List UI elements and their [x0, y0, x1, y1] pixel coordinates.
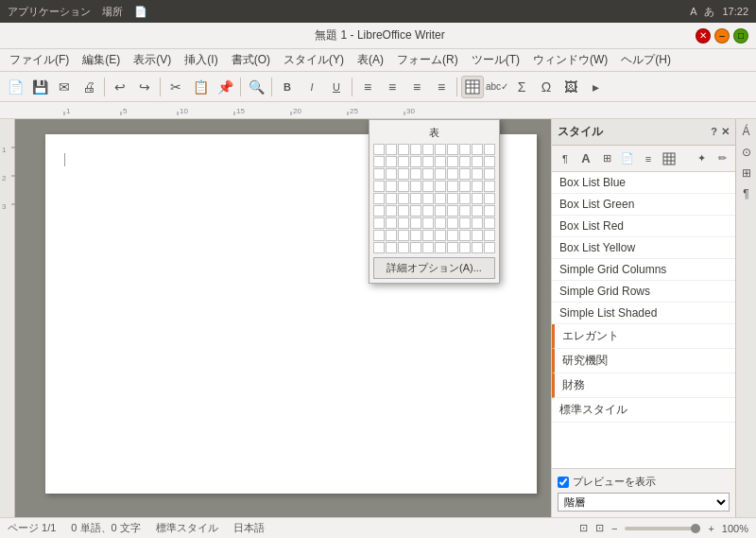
align-left-button[interactable]: ≡ — [356, 76, 379, 98]
table-advanced-button[interactable]: 詳細オプション(A)... — [373, 257, 495, 279]
grid-cell[interactable] — [447, 168, 458, 180]
grid-cell[interactable] — [422, 156, 434, 167]
grid-cell[interactable] — [447, 156, 458, 167]
grid-cell[interactable] — [447, 144, 458, 155]
grid-cell[interactable] — [398, 205, 409, 217]
grid-cell[interactable] — [398, 230, 409, 241]
find-button[interactable]: 🔍 — [245, 76, 267, 98]
grid-cell[interactable] — [447, 242, 458, 253]
grid-cell[interactable] — [398, 242, 409, 253]
styles-edit-btn[interactable]: ✏ — [713, 149, 731, 168]
grid-cell[interactable] — [484, 156, 495, 167]
align-right-button[interactable]: ≡ — [405, 76, 428, 98]
styles-help-btn[interactable]: ? — [711, 126, 717, 138]
grid-cell[interactable] — [398, 193, 409, 204]
copy-button[interactable]: 📋 — [189, 76, 212, 98]
grid-cell[interactable] — [484, 193, 495, 204]
grid-cell[interactable] — [373, 205, 385, 217]
minimize-button[interactable]: – — [714, 28, 730, 43]
grid-cell[interactable] — [447, 181, 458, 192]
grid-cell[interactable] — [373, 230, 385, 241]
grid-cell[interactable] — [373, 168, 385, 180]
menu-styles[interactable]: スタイル(Y) — [278, 50, 350, 70]
grid-cell[interactable] — [386, 156, 397, 167]
grid-cell[interactable] — [386, 205, 397, 217]
grid-cell[interactable] — [410, 193, 421, 204]
grid-cell[interactable] — [447, 217, 458, 229]
styles-list-item[interactable]: Box List Red — [552, 216, 735, 237]
menu-format[interactable]: 書式(O) — [226, 50, 276, 70]
grid-cell[interactable] — [373, 181, 385, 192]
sidebar-icon-styles[interactable]: Á — [738, 123, 755, 140]
grid-cell[interactable] — [484, 230, 495, 241]
menu-insert[interactable]: 挿入(I) — [179, 50, 223, 70]
redo-button[interactable]: ↪ — [133, 76, 156, 98]
grid-cell[interactable] — [472, 168, 483, 180]
grid-cell[interactable] — [484, 217, 495, 229]
styles-category-select[interactable]: 階層 すべてのスタイル 適用済みのスタイル — [558, 493, 730, 512]
table-insert-button[interactable] — [461, 76, 484, 98]
grid-cell[interactable] — [447, 193, 458, 204]
grid-cell[interactable] — [410, 156, 421, 167]
grid-cell[interactable] — [459, 242, 471, 253]
grid-cell[interactable] — [435, 242, 446, 253]
paste-button[interactable]: 📌 — [214, 76, 236, 98]
grid-cell[interactable] — [422, 230, 434, 241]
grid-cell[interactable] — [373, 144, 385, 155]
styles-list-item[interactable]: エレガント — [552, 324, 735, 349]
grid-cell[interactable] — [472, 193, 483, 204]
grid-cell[interactable] — [447, 230, 458, 241]
styles-page-btn[interactable]: 📄 — [618, 149, 637, 168]
styles-close-btn[interactable]: ✕ — [721, 126, 730, 138]
sidebar-icon-navigator[interactable]: ⊙ — [738, 144, 755, 161]
grid-cell[interactable] — [422, 181, 434, 192]
styles-frame-btn[interactable]: ⊞ — [597, 149, 616, 168]
grid-cell[interactable] — [484, 168, 495, 180]
styles-list-item[interactable]: 財務 — [552, 373, 735, 398]
menu-edit[interactable]: 編集(E) — [77, 50, 126, 70]
grid-cell[interactable] — [410, 230, 421, 241]
grid-cell[interactable] — [459, 168, 471, 180]
styles-new-btn[interactable]: ✦ — [692, 149, 711, 168]
styles-table-btn[interactable] — [660, 149, 679, 168]
styles-list-item[interactable]: Simple List Shaded — [552, 303, 735, 324]
spellcheck-button[interactable]: abc✓ — [486, 76, 508, 98]
document-area[interactable]: 1 2 3 表 詳細オプション(A)... — [0, 119, 551, 517]
grid-cell[interactable] — [447, 205, 458, 217]
undo-button[interactable]: ↩ — [109, 76, 131, 98]
special-char-button[interactable]: Ω — [535, 76, 558, 98]
grid-cell[interactable] — [459, 217, 471, 229]
grid-cell[interactable] — [410, 168, 421, 180]
grid-cell[interactable] — [472, 217, 483, 229]
grid-cell[interactable] — [386, 168, 397, 180]
grid-cell[interactable] — [386, 217, 397, 229]
grid-cell[interactable] — [472, 230, 483, 241]
grid-cell[interactable] — [459, 181, 471, 192]
zoom-in-btn[interactable]: + — [708, 523, 713, 534]
styles-list-item[interactable]: Box List Yellow — [552, 237, 735, 259]
grid-cell[interactable] — [484, 181, 495, 192]
image-button[interactable]: 🖼 — [559, 76, 582, 98]
insert-special-button[interactable]: Σ — [510, 76, 533, 98]
menu-table[interactable]: 表(A) — [352, 50, 389, 70]
grid-cell[interactable] — [373, 217, 385, 229]
grid-cell[interactable] — [398, 144, 409, 155]
grid-cell[interactable] — [410, 181, 421, 192]
grid-cell[interactable] — [459, 156, 471, 167]
grid-cell[interactable] — [386, 193, 397, 204]
grid-cell[interactable] — [459, 144, 471, 155]
sidebar-icon-styles2[interactable]: ¶ — [738, 185, 755, 202]
grid-cell[interactable] — [435, 193, 446, 204]
menu-view[interactable]: 表示(V) — [128, 50, 177, 70]
italic-button[interactable]: I — [301, 76, 323, 98]
email-button[interactable]: ✉ — [53, 76, 76, 98]
grid-cell[interactable] — [435, 156, 446, 167]
styles-list-item[interactable]: Box List Blue — [552, 172, 735, 194]
grid-cell[interactable] — [386, 181, 397, 192]
grid-cell[interactable] — [435, 181, 446, 192]
styles-list-item[interactable]: 標準スタイル — [552, 398, 735, 423]
layout-icon2[interactable]: ⊡ — [595, 522, 604, 534]
grid-cell[interactable] — [410, 144, 421, 155]
print-button[interactable]: 🖨 — [77, 76, 100, 98]
grid-cell[interactable] — [386, 144, 397, 155]
